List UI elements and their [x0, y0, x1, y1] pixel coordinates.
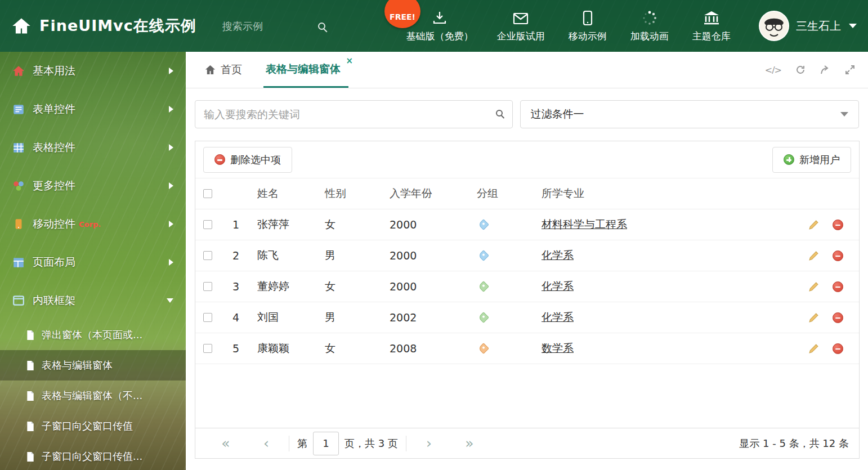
row-gender: 男: [325, 310, 390, 325]
sidebar-subitem-popup-window[interactable]: 弹出窗体（本页面或...: [0, 320, 186, 350]
keyword-search-input[interactable]: [195, 100, 513, 128]
delete-row-icon[interactable]: [833, 343, 843, 354]
table-icon: [12, 141, 25, 154]
sidebar-item-mobile-controls[interactable]: 移动控件 Corp.: [0, 205, 186, 243]
sidebar-subitem-label: 表格与编辑窗体: [42, 359, 113, 372]
minus-icon: [214, 154, 225, 165]
chevron-right-icon: [169, 182, 173, 189]
delete-row-icon[interactable]: [833, 281, 843, 292]
chevron-down-icon: [167, 298, 173, 303]
delete-row-icon[interactable]: [833, 250, 843, 261]
bank-icon: [703, 9, 720, 26]
row-checkbox[interactable]: [203, 344, 212, 353]
delete-row-icon[interactable]: [833, 312, 843, 323]
spinner-icon: [642, 9, 657, 26]
filter-dropdown[interactable]: 过滤条件一: [520, 100, 860, 128]
major-link[interactable]: 数学系: [542, 341, 574, 356]
col-major: 所学专业: [542, 186, 794, 201]
home-icon: [205, 65, 216, 75]
nav-item-mobile-demo[interactable]: 移动示例: [559, 9, 616, 43]
divider: [289, 436, 289, 451]
nav-item-enterprise-trial[interactable]: 企业版试用: [487, 9, 554, 43]
keyword-search: [195, 100, 513, 128]
edit-icon[interactable]: [808, 250, 819, 261]
search-icon[interactable]: [318, 23, 325, 30]
table-row: 5 康颖颖 女 2008 数学系: [195, 333, 859, 364]
table-row: 2 陈飞 男 2000 化学系: [195, 240, 859, 271]
envelope-icon: [512, 9, 529, 26]
tag-icon: [478, 312, 489, 323]
edit-icon[interactable]: [808, 281, 819, 292]
next-page-button[interactable]: [409, 435, 449, 451]
row-year: 2008: [390, 342, 477, 355]
delete-row-icon[interactable]: [833, 220, 843, 230]
mobile-icon: [583, 9, 593, 26]
pagination-bar: 第 页，共 3 页 显示 1 - 5 条，共 12 条: [195, 428, 859, 458]
sidebar-item-table-controls[interactable]: 表格控件: [0, 128, 186, 167]
nav-label: 移动示例: [569, 30, 607, 43]
sidebar-subitem-child-to-parent-2[interactable]: 子窗口向父窗口传值...: [0, 441, 186, 470]
major-link[interactable]: 材料科学与工程系: [542, 217, 627, 232]
sidebar-item-more-controls[interactable]: 更多控件: [0, 167, 186, 205]
user-menu[interactable]: 三生石上: [759, 11, 857, 41]
edit-icon[interactable]: [808, 220, 819, 230]
search-icon[interactable]: [496, 110, 503, 117]
tag-icon: [478, 219, 489, 230]
file-icon: [26, 421, 35, 432]
col-name: 姓名: [257, 186, 325, 201]
col-year: 入学年份: [390, 186, 477, 201]
row-checkbox[interactable]: [203, 313, 212, 322]
major-link[interactable]: 化学系: [542, 248, 574, 263]
code-view-icon[interactable]: [765, 65, 781, 75]
row-name: 张萍萍: [257, 217, 325, 232]
sidebar-item-basic-usage[interactable]: 基本用法: [0, 52, 186, 90]
file-icon: [26, 451, 35, 462]
nav-item-loading-animation[interactable]: 加载动画: [621, 9, 678, 43]
sidebar-item-label: 表格控件: [33, 140, 75, 155]
sidebar-item-label: 表单控件: [33, 102, 75, 117]
app-title: FineUIMvc在线示例: [39, 16, 196, 36]
select-all-checkbox[interactable]: [203, 189, 212, 198]
sidebar-item-label: 移动控件: [33, 217, 75, 231]
delete-selected-button[interactable]: 删除选中项: [203, 147, 292, 173]
major-link[interactable]: 化学系: [542, 279, 574, 294]
sidebar-subitem-grid-edit-window[interactable]: 表格与编辑窗体: [0, 350, 186, 381]
download-icon: [432, 9, 448, 26]
user-name: 三生石上: [796, 19, 841, 34]
tab-grid-edit-window[interactable]: 表格与编辑窗体: [263, 52, 348, 88]
sidebar-item-form-controls[interactable]: 表单控件: [0, 90, 186, 128]
chevron-right-icon: [169, 68, 173, 74]
sidebar-item-label: 内联框架: [33, 293, 75, 308]
prev-page-button[interactable]: [246, 435, 287, 451]
sidebar-subitem-grid-edit-window-2[interactable]: 表格与编辑窗体（不...: [0, 381, 186, 411]
tag-icon: [478, 281, 489, 292]
tab-home[interactable]: 首页: [203, 52, 244, 88]
row-gender: 男: [325, 248, 390, 263]
page-prefix: 第: [297, 437, 307, 450]
table-row: 4 刘国 男 2002 化学系: [195, 302, 859, 333]
refresh-icon[interactable]: [795, 64, 806, 75]
page-input[interactable]: [313, 432, 339, 455]
row-checkbox[interactable]: [203, 251, 212, 260]
home-icon[interactable]: [11, 16, 32, 35]
nav-item-theme-repo[interactable]: 主题仓库: [683, 9, 740, 43]
last-page-button[interactable]: [449, 435, 490, 451]
row-checkbox[interactable]: [203, 220, 212, 229]
first-page-button[interactable]: [205, 435, 246, 451]
sidebar-subitem-child-to-parent[interactable]: 子窗口向父窗口传值: [0, 411, 186, 441]
header-search-input[interactable]: [222, 20, 318, 32]
close-icon[interactable]: [346, 57, 353, 65]
edit-icon[interactable]: [808, 312, 819, 323]
edit-icon[interactable]: [808, 343, 819, 354]
sidebar-item-page-layout[interactable]: 页面布局: [0, 243, 186, 281]
row-checkbox[interactable]: [203, 282, 212, 291]
row-year: 2000: [390, 218, 477, 231]
tag-icon: [478, 343, 489, 354]
grid-toolbar: 删除选中项 新增用户: [195, 141, 859, 178]
major-link[interactable]: 化学系: [542, 310, 574, 325]
sidebar-subitem-label: 子窗口向父窗口传值...: [42, 450, 142, 463]
fullscreen-icon[interactable]: [844, 64, 856, 75]
sidebar-item-inline-frame[interactable]: 内联框架: [0, 281, 186, 320]
share-icon[interactable]: [820, 64, 831, 75]
add-user-button[interactable]: 新增用户: [772, 147, 851, 173]
